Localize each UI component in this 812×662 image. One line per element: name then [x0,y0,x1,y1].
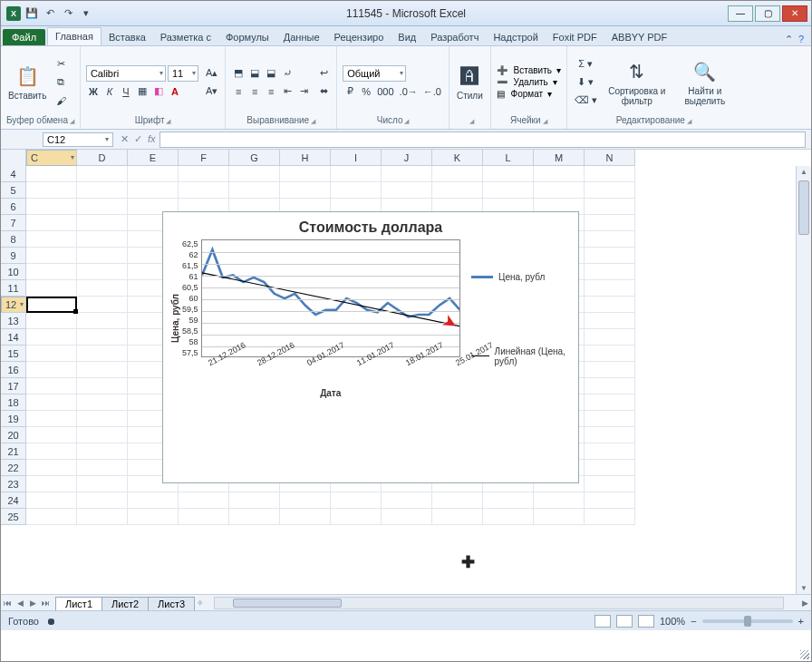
sheet-tab[interactable]: Лист2 [102,597,149,610]
font-color-button[interactable]: А [168,83,182,100]
column-header[interactable]: F [179,150,229,165]
cell[interactable] [77,264,128,280]
format-painter-icon[interactable]: 🖌 [53,92,68,109]
row-header[interactable]: 24 [1,492,26,509]
column-header[interactable]: D [77,150,128,165]
shrink-font-icon[interactable]: A▾ [204,83,219,100]
autosum-icon[interactable]: Σ ▾ [573,56,599,73]
cell[interactable] [77,509,128,525]
number-format-select[interactable]: Общий [343,65,406,82]
column-header[interactable]: I [331,150,382,165]
cell[interactable] [77,166,128,182]
cell[interactable] [585,231,635,248]
inc-decimal-icon[interactable]: .0→ [398,83,420,100]
cell[interactable] [534,509,585,525]
row-header[interactable]: 20 [1,427,26,443]
cell[interactable] [331,182,382,199]
vertical-scrollbar[interactable] [796,166,811,594]
cancel-icon[interactable]: ✕ [121,133,129,145]
merge-icon[interactable]: ⬌ [316,83,331,100]
zoom-slider[interactable] [702,619,793,623]
cell[interactable] [128,509,179,525]
scrollbar-thumb[interactable] [233,599,342,608]
row-header[interactable]: 21 [1,443,26,460]
cell[interactable] [26,460,77,476]
row-header[interactable]: 17 [1,378,26,394]
styles-button[interactable]: 🅰 Стили [455,62,485,102]
cell[interactable] [534,182,585,199]
row-header[interactable]: 15 [1,346,26,362]
cell[interactable] [585,394,635,411]
row-header[interactable]: 6 [1,199,26,215]
cell[interactable] [585,182,635,199]
cell[interactable] [26,182,77,199]
border-button[interactable]: ▦ [135,83,150,100]
column-header[interactable]: H [280,150,331,165]
legend-item-series[interactable]: Цена, рубл [471,272,573,282]
cell[interactable] [483,166,534,182]
zoom-out-icon[interactable]: − [691,616,696,627]
cell[interactable] [229,166,280,182]
column-header[interactable]: J [382,150,432,165]
row-header[interactable]: 5 [1,182,26,199]
cell[interactable] [585,166,635,182]
column-header[interactable]: M [534,150,585,165]
cell[interactable] [26,443,77,460]
tab-layout[interactable]: Разметка с [153,29,218,45]
cell[interactable] [77,248,128,264]
align-bottom-icon[interactable]: ⬓ [264,65,278,82]
grow-font-icon[interactable]: A▴ [204,65,219,82]
scrollbar-thumb[interactable] [798,180,809,235]
cell[interactable] [432,166,483,182]
cell[interactable] [77,199,128,215]
column-header[interactable]: G [229,150,280,165]
worksheet-grid[interactable]: CDEFGHIJKLMN 456789101112131415161718192… [1,150,811,610]
row-header[interactable]: 25 [1,509,26,525]
cell[interactable] [179,182,229,199]
cell[interactable] [585,199,635,215]
close-button[interactable]: ✕ [782,5,807,22]
cell[interactable] [382,182,432,199]
cell[interactable] [77,476,128,492]
dec-decimal-icon[interactable]: ←.0 [421,83,443,100]
cell[interactable] [585,313,635,329]
sheet-nav-last[interactable]: ⏭ [39,599,52,608]
cell[interactable] [26,329,77,346]
cell[interactable] [26,492,77,509]
cell[interactable] [331,492,382,509]
row-header[interactable]: 23 [1,476,26,492]
row-header[interactable]: 22 [1,460,26,476]
row-header[interactable]: 13 [1,313,26,329]
cell[interactable] [331,509,382,525]
cell[interactable] [179,492,229,509]
align-center-icon[interactable]: ≡ [247,83,262,100]
cell[interactable] [229,509,280,525]
cell[interactable] [77,313,128,329]
file-tab[interactable]: Файл [3,29,45,45]
qat-more-icon[interactable]: ▾ [79,6,93,21]
cell[interactable] [280,182,331,199]
row-header[interactable]: 11 [1,280,26,297]
tab-abbyy[interactable]: ABBYY PDF [604,29,675,45]
cell[interactable] [585,476,635,492]
cell[interactable] [128,166,179,182]
tab-review[interactable]: Рецензиро [327,29,392,45]
fill-color-button[interactable]: ◧ [151,83,166,100]
cell[interactable] [534,166,585,182]
cell[interactable] [585,329,635,346]
cell[interactable] [26,346,77,362]
cell[interactable] [280,166,331,182]
cell[interactable] [585,460,635,476]
row-header[interactable]: 18 [1,394,26,411]
cell[interactable] [585,346,635,362]
sort-filter-button[interactable]: ⇅ Сортировка и фильтр [604,57,670,108]
sheet-tab[interactable]: Лист1 [55,597,102,610]
cell[interactable] [585,411,635,427]
redo-icon[interactable]: ↷ [61,6,75,21]
cell[interactable] [585,443,635,460]
maximize-button[interactable]: ▢ [755,5,780,22]
cell[interactable] [26,313,77,329]
cell[interactable] [179,509,229,525]
cell[interactable] [77,411,128,427]
select-all-corner[interactable] [1,150,26,166]
